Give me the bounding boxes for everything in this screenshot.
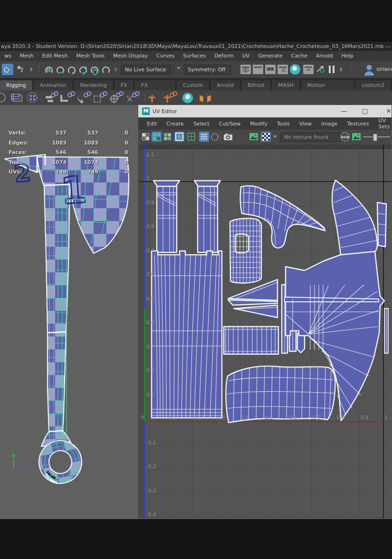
- maximize-button[interactable]: □: [355, 105, 374, 117]
- lasso-tool-button[interactable]: [15, 64, 27, 75]
- stats-value: Tris:: [9, 159, 21, 165]
- main-menu-mesh-tools[interactable]: Mesh Tools: [72, 51, 109, 61]
- uv-menu-cut-sew[interactable]: Cut/Sew: [214, 121, 245, 127]
- main-menu-arnold[interactable]: Arnold: [312, 51, 337, 61]
- image-display-icon[interactable]: [249, 132, 258, 142]
- shelf-tab-arnold[interactable]: Arnold: [210, 80, 240, 90]
- shelf-icons[interactable]: [0, 91, 223, 105]
- stats-value: UVs:: [9, 169, 22, 175]
- uv-distortion-icon[interactable]: [141, 132, 151, 142]
- user-name-label[interactable]: siriande: [376, 66, 392, 72]
- live-surface-label: No Live Surface: [125, 67, 166, 73]
- shelf-tab-motion-graphics[interactable]: Motion Graphics: [301, 80, 355, 90]
- main-menu-edit-mesh[interactable]: Edit Mesh: [38, 51, 72, 61]
- main-menu-cache[interactable]: Cache: [287, 51, 312, 61]
- main-menu-mesh[interactable]: Mesh: [16, 51, 38, 61]
- stats-value: 0: [100, 130, 128, 136]
- symmetry-dropdown-arrow[interactable]: [177, 67, 181, 72]
- main-menu-deform[interactable]: Deform: [210, 51, 238, 61]
- axis-z-label: z: [26, 465, 29, 471]
- uv-menu-edit[interactable]: Edit: [142, 121, 162, 127]
- render-settings-icon[interactable]: [277, 65, 288, 74]
- axis-y-label: y: [12, 453, 15, 459]
- u-tick-0.9: 0.9: [361, 414, 369, 420]
- shelf-tab-costum2[interactable]: costum2: [355, 80, 391, 90]
- shell-view-icon[interactable]: [152, 132, 162, 142]
- uv-editor-menu-bar: EditCreateSelectCut/SewModifyToolsViewIm…: [138, 117, 392, 130]
- main-menu-surfaces[interactable]: Surfaces: [179, 51, 210, 61]
- tool-flyout-arrow[interactable]: [30, 67, 33, 72]
- main-menu-mesh-display[interactable]: Mesh Display: [109, 51, 152, 61]
- shelf-tab-custom[interactable]: Custom: [177, 80, 210, 90]
- select-tool-button[interactable]: [2, 64, 13, 75]
- render-current-frame-icon[interactable]: [253, 65, 263, 74]
- stats-value: 537: [33, 130, 67, 136]
- minimize-button[interactable]: —: [335, 105, 354, 117]
- shelf-tab-animation[interactable]: Animation: [34, 80, 73, 90]
- live-surface-field[interactable]: No Live Surface: [121, 65, 174, 75]
- render-flyout-arrow[interactable]: [340, 67, 343, 72]
- stats-value: 546: [67, 149, 98, 155]
- stats-value: 537: [67, 130, 98, 136]
- user-avatar-icon[interactable]: [364, 64, 374, 76]
- shelf-tab-rigging[interactable]: Rigging: [0, 80, 33, 90]
- poly-count-hud: Verts:5375370Edges:108310830Faces:546546…: [5, 130, 127, 179]
- uv-menu-textures[interactable]: Textures: [342, 121, 373, 127]
- v-tick-0.2: 0.2: [146, 367, 154, 373]
- toolbar-separator: [228, 64, 229, 75]
- snap-icons-group[interactable]: [44, 64, 113, 76]
- u-tick-0.3: 0.3: [217, 414, 225, 420]
- view-axis-indicator: y z x: [7, 451, 30, 472]
- shaded-shells-icon[interactable]: [163, 132, 172, 142]
- uv-snapshot-icon[interactable]: [223, 132, 233, 142]
- rgb-channels-icon[interactable]: RGB: [340, 132, 350, 142]
- uv-menu-tools[interactable]: Tools: [272, 121, 295, 127]
- stats-row-tris: Tris:107410740: [5, 159, 127, 169]
- stats-value: 1083: [67, 140, 98, 146]
- uv-menu-create[interactable]: Create: [162, 121, 189, 127]
- pixel-snap-icon[interactable]: [199, 132, 209, 142]
- uv-editor-toolbar: No texture found RGB: [138, 130, 392, 145]
- paint-effects-icon[interactable]: [316, 65, 326, 74]
- stats-row-faces: Faces:5465460: [5, 149, 127, 159]
- uv-menu-select[interactable]: Select: [189, 121, 214, 127]
- uv-canvas[interactable]: 1.110.90.80.70.60.50.40.30.20.1-0.1-0.2-…: [138, 145, 392, 519]
- uv-menu-modify[interactable]: Modify: [245, 121, 272, 127]
- shelf-tab-fx-caching[interactable]: FX Caching: [135, 80, 176, 90]
- close-button[interactable]: ✕: [379, 105, 392, 117]
- shelf-tab-mash[interactable]: MASH: [272, 80, 300, 90]
- main-menu-ws[interactable]: ws: [0, 51, 16, 61]
- uv-menu-image[interactable]: Image: [316, 121, 342, 127]
- perspective-viewport[interactable]: 2 1: [0, 105, 138, 519]
- v-tick-0.7: 0.7: [146, 248, 154, 253]
- u-tick-0.8: 0.8: [336, 414, 344, 420]
- symmetry-field[interactable]: Symmetry: Off: [183, 65, 231, 75]
- uv-menu-view[interactable]: View: [295, 121, 316, 127]
- grid-display-icon[interactable]: [186, 132, 196, 142]
- ipr-render-icon[interactable]: IPR: [265, 65, 276, 74]
- shade-uvs-icon[interactable]: [210, 132, 220, 142]
- hypershade-icon[interactable]: [290, 64, 300, 75]
- checker-texture-icon[interactable]: [261, 132, 271, 142]
- pause-icon[interactable]: [329, 66, 335, 73]
- shelf-tab-bifrost[interactable]: Bifrost: [241, 80, 271, 90]
- uv-layout: [138, 145, 392, 519]
- uv-menu-uv-sets[interactable]: UV Sets: [373, 117, 392, 130]
- main-menu-generate[interactable]: Generate: [254, 51, 287, 61]
- main-menu-uv[interactable]: UV: [238, 51, 254, 61]
- main-menu-curves[interactable]: Curves: [152, 51, 179, 61]
- snap-flyout-arrow[interactable]: [115, 67, 117, 72]
- shelf-tab-rendering[interactable]: Rendering: [74, 80, 114, 90]
- exposure-slider-handle[interactable]: [373, 134, 377, 141]
- shelf-tab-fx[interactable]: FX: [115, 80, 134, 90]
- uv-editor-title-bar[interactable]: M UV Editor — □ ✕: [138, 105, 392, 117]
- stats-row-uvs: UVs:7497490: [5, 169, 127, 179]
- render-view-icon[interactable]: [240, 65, 251, 74]
- main-menu-help[interactable]: Help: [337, 51, 358, 61]
- texture-dropdown-arrow[interactable]: [273, 135, 277, 140]
- origin-tick: 0: [141, 414, 144, 420]
- image-ratio-icon[interactable]: [351, 132, 361, 142]
- v-tick-0.8: 0.8: [146, 223, 154, 229]
- texture-borders-icon[interactable]: [174, 132, 184, 142]
- render-layers-icon[interactable]: [303, 65, 314, 74]
